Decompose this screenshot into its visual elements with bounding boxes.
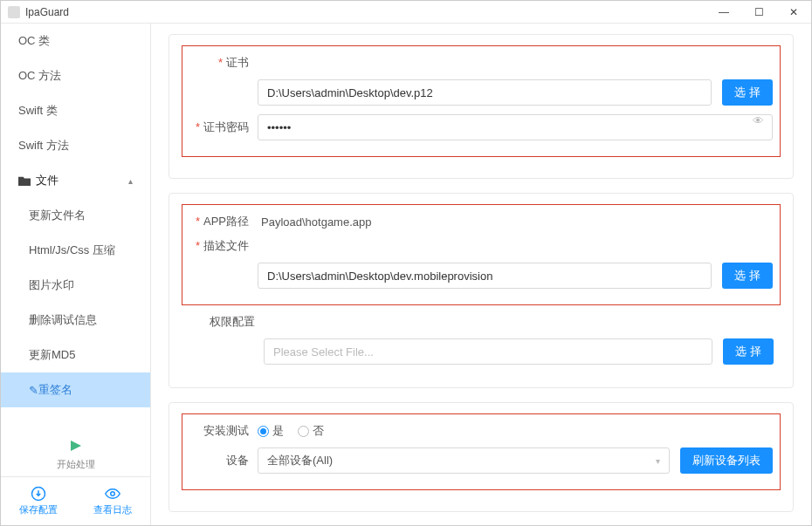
perm-label: 权限配置 — [189, 314, 264, 330]
cert-highlight-box: *证书 选 择 *证书密码 👁 — [182, 45, 781, 157]
sidebar-item-oc-class[interactable]: OC 类 — [1, 24, 150, 58]
sidebar-item-swift-method[interactable]: Swift 方法 — [1, 128, 150, 163]
chevron-down-icon: ▾ — [656, 456, 660, 466]
sidebar-item-rename-file[interactable]: 更新文件名 — [1, 198, 150, 233]
view-log-button[interactable]: 查看日志 — [76, 477, 151, 525]
sidebar-item-oc-method[interactable]: OC 方法 — [1, 58, 150, 93]
device-select[interactable]: 全部设备(All) ▾ — [258, 447, 670, 474]
download-icon — [31, 486, 46, 502]
cert-path-input[interactable] — [258, 79, 712, 106]
svg-point-1 — [111, 492, 115, 496]
profile-highlight-box: *APP路径 Payload\hotgame.app *描述文件 选 择 — [182, 204, 781, 305]
window-maximize[interactable]: ☐ — [741, 1, 776, 24]
chevron-up-icon: ▴ — [128, 176, 133, 186]
eye-icon — [105, 486, 120, 502]
window-close[interactable]: ✕ — [776, 1, 811, 24]
save-config-button[interactable]: 保存配置 — [1, 477, 76, 525]
window-minimize[interactable]: — — [706, 1, 741, 24]
device-label: 设备 — [182, 453, 258, 468]
toggle-password-icon[interactable]: 👁 — [753, 114, 764, 127]
sidebar-item-update-md5[interactable]: 更新MD5 — [1, 338, 150, 372]
app-logo — [8, 6, 20, 18]
install-test-no-radio[interactable]: 否 — [298, 423, 324, 439]
cert-password-input[interactable] — [258, 114, 773, 140]
sidebar-item-resign[interactable]: ✎ 重签名 — [1, 372, 150, 407]
sidebar-item-swift-class[interactable]: Swift 类 — [1, 93, 150, 128]
folder-icon — [18, 175, 31, 186]
profile-label: *描述文件 — [182, 238, 258, 254]
app-path-value: Payload\hotgame.app — [258, 215, 773, 229]
app-path-label: *APP路径 — [182, 214, 258, 229]
sidebar-item-debug-info[interactable]: 删除调试信息 — [1, 303, 150, 338]
cert-select-button[interactable]: 选 择 — [722, 79, 773, 106]
play-icon — [71, 441, 81, 451]
device-highlight-box: 安装测试 是 否 设备 全部设备(All) ▾ — [182, 413, 781, 490]
install-test-label: 安装测试 — [182, 423, 258, 439]
sidebar-item-compress[interactable]: Html/Js/Css 压缩 — [1, 233, 150, 268]
cert-label: *证书 — [182, 55, 258, 71]
cert-pw-label: *证书密码 — [182, 120, 258, 135]
start-process-button[interactable]: 开始处理 — [1, 432, 150, 476]
profile-path-input[interactable] — [258, 263, 712, 289]
perm-select-button[interactable]: 选 择 — [723, 338, 774, 365]
install-test-yes-radio[interactable]: 是 — [258, 423, 284, 439]
profile-select-button[interactable]: 选 择 — [722, 263, 773, 289]
sidebar-item-watermark[interactable]: 图片水印 — [1, 268, 150, 303]
app-title: IpaGuard — [25, 6, 69, 18]
refresh-devices-button[interactable]: 刷新设备列表 — [680, 447, 773, 474]
perm-file-input[interactable] — [264, 338, 712, 365]
sidebar-section-file[interactable]: 文件 ▴ — [1, 163, 150, 198]
